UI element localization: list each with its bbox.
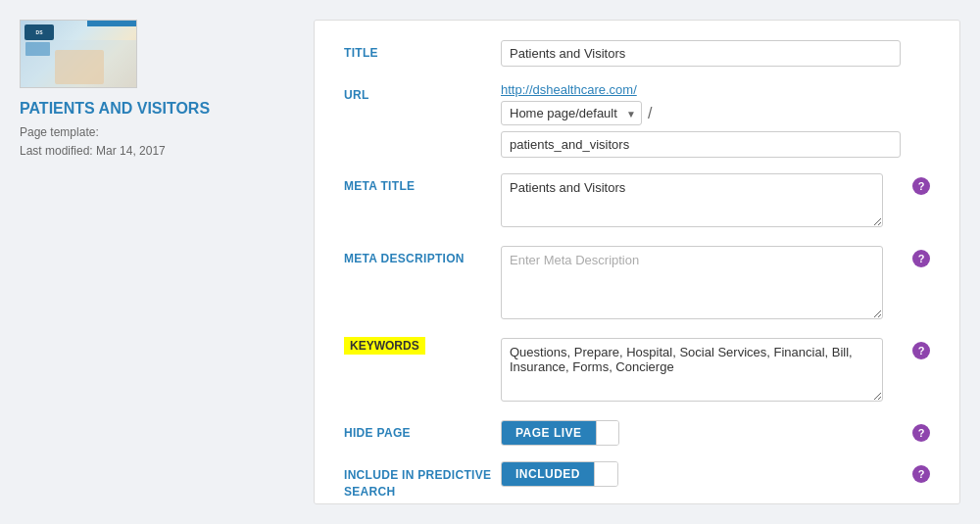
thumbnail-svg: [21, 21, 137, 88]
hide-page-help-icon[interactable]: ?: [912, 424, 930, 442]
include-search-row: INCLUDE IN PREDICTIVE SEARCH INCLUDED ?: [344, 461, 930, 500]
title-label: TITLE: [344, 40, 501, 60]
page-template-label: Page template:: [20, 123, 294, 142]
url-base[interactable]: http://dshealthcare.com/: [501, 82, 637, 97]
meta-title-input[interactable]: Patients and Visitors: [501, 173, 883, 227]
title-row: TITLE: [344, 40, 930, 67]
left-panel: DS PATIENTS AND VISITORS Page template: …: [20, 20, 294, 504]
title-input[interactable]: [501, 40, 901, 67]
main-container: DS PATIENTS AND VISITORS Page template: …: [0, 0, 980, 524]
url-field-content: http://dshealthcare.com/ Home page/defau…: [501, 82, 901, 158]
meta-title-field-content: Patients and Visitors: [501, 173, 883, 230]
meta-desc-field-content: [501, 246, 883, 322]
svg-rect-2: [25, 42, 50, 56]
keywords-help-icon[interactable]: ?: [912, 342, 930, 359]
right-panel: TITLE URL http://dshealthcare.com/ Home …: [314, 20, 960, 504]
hide-page-row: HIDE PAGE PAGE LIVE ?: [344, 420, 930, 446]
url-select[interactable]: Home page/default Patients/default: [501, 101, 642, 125]
hide-page-field-content: PAGE LIVE: [501, 420, 883, 446]
keywords-row: KEYWORDS Questions, Prepare, Hospital, S…: [344, 338, 930, 405]
hide-page-toggle[interactable]: PAGE LIVE: [501, 420, 619, 446]
meta-desc-help-icon[interactable]: ?: [912, 250, 930, 267]
url-label: URL: [344, 82, 501, 102]
include-search-toggle-inactive: [594, 462, 617, 486]
keywords-label: KEYWORDS: [344, 337, 425, 355]
meta-desc-input[interactable]: [501, 246, 883, 319]
meta-desc-label: META DESCRIPTION: [344, 246, 501, 265]
page-thumbnail: DS: [20, 20, 137, 88]
hide-page-label: HIDE PAGE: [344, 420, 501, 440]
url-slug-input[interactable]: [501, 131, 901, 158]
url-select-wrap: Home page/default Patients/default ▼: [501, 101, 642, 125]
svg-rect-1: [55, 50, 104, 84]
hide-page-toggle-active: PAGE LIVE: [502, 421, 596, 445]
include-search-field-content: INCLUDED: [501, 461, 883, 487]
meta-title-row: META TITLE Patients and Visitors ?: [344, 173, 930, 230]
include-search-help-icon[interactable]: ?: [912, 465, 930, 483]
thumbnail-image: DS: [21, 21, 136, 87]
keywords-input[interactable]: Questions, Prepare, Hospital, Social Ser…: [501, 338, 883, 402]
url-slash-separator: /: [648, 105, 652, 122]
hide-page-toggle-inactive: [596, 421, 619, 445]
url-row: URL http://dshealthcare.com/ Home page/d…: [344, 82, 930, 158]
meta-desc-row: META DESCRIPTION ?: [344, 246, 930, 322]
include-search-label: INCLUDE IN PREDICTIVE SEARCH: [344, 461, 501, 500]
keywords-field-content: Questions, Prepare, Hospital, Social Ser…: [501, 338, 883, 405]
keywords-label-wrap: KEYWORDS: [344, 338, 501, 353]
title-field-content: [501, 40, 901, 67]
url-select-row: Home page/default Patients/default ▼ /: [501, 101, 901, 158]
url-row-inner: http://dshealthcare.com/: [501, 82, 901, 97]
include-search-toggle-active: INCLUDED: [502, 462, 594, 486]
page-title: PATIENTS AND VISITORS: [20, 100, 294, 118]
page-last-modified: Last modified: Mar 14, 2017: [20, 142, 294, 161]
include-search-toggle[interactable]: INCLUDED: [501, 461, 618, 487]
meta-title-help-icon[interactable]: ?: [912, 177, 930, 195]
meta-title-label: META TITLE: [344, 173, 501, 193]
